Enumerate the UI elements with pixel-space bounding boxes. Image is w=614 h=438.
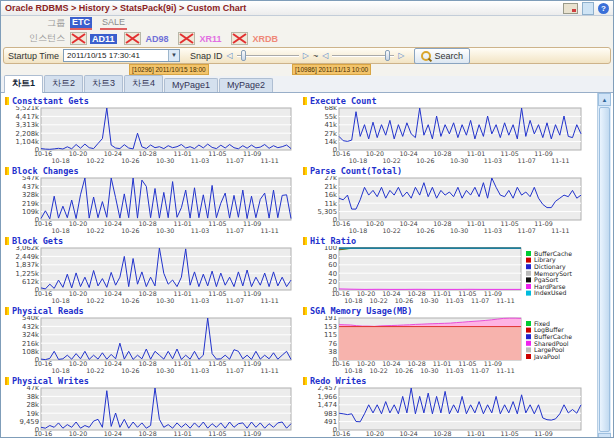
chart-redo-writes: Redo Writes2,4571,9661,474983491010-1610…: [303, 375, 597, 438]
svg-text:11-01: 11-01: [467, 150, 485, 157]
instance-item-ad11[interactable]: AD11: [70, 32, 117, 45]
chart-column-right: Execute Count68k55k41k27k14k010-1610-181…: [303, 93, 597, 438]
svg-text:10-22: 10-22: [86, 227, 104, 234]
scroll-up-button[interactable]: ▲: [598, 93, 611, 106]
instance-name[interactable]: XRDB: [251, 34, 281, 44]
print-icon[interactable]: [563, 3, 578, 14]
tab-mypage1[interactable]: MyPage1: [164, 78, 218, 92]
tab-mypage2[interactable]: MyPage2: [219, 78, 273, 92]
report-icon[interactable]: [582, 2, 594, 15]
svg-text:11-01: 11-01: [467, 430, 485, 437]
chart-title: Block Gets: [12, 236, 63, 246]
svg-text:10-20: 10-20: [69, 150, 87, 157]
scroll-down-button[interactable]: ▼: [598, 433, 611, 438]
svg-text:10-16: 10-16: [332, 150, 350, 157]
svg-text:11-11: 11-11: [261, 367, 279, 374]
svg-text:983: 983: [324, 410, 337, 418]
group-tab-sale[interactable]: SALE: [100, 17, 127, 30]
svg-text:10-18: 10-18: [51, 157, 69, 164]
svg-text:11-03: 11-03: [484, 157, 502, 164]
tab-1[interactable]: 차트1: [4, 75, 43, 93]
chart-physical-reads: Physical Reads540k432k324k216k108k010-16…: [5, 305, 303, 375]
chart-title: Physical Reads: [12, 306, 84, 316]
chart-content: Conststant Gets5,521k4,417k3,313k2,208k1…: [1, 93, 613, 438]
svg-text:328k: 328k: [22, 191, 39, 199]
chart-plot: 2,4571,9661,474983491010-1610-1810-2010-…: [303, 386, 591, 438]
svg-text:11-05: 11-05: [208, 360, 226, 367]
group-tab-etc[interactable]: ETC: [70, 17, 92, 30]
to-slider-left-arrow-icon[interactable]: ◁: [322, 51, 328, 61]
snap-to-tag: [10986] 2011/11/13 10:00: [292, 64, 371, 75]
svg-text:219k: 219k: [22, 200, 39, 208]
svg-text:432k: 432k: [22, 323, 39, 331]
svg-text:10-26: 10-26: [121, 157, 139, 164]
combo-dropdown-arrow-icon[interactable]: ▼: [168, 50, 179, 61]
svg-text:10-16: 10-16: [34, 360, 52, 367]
svg-text:11-03: 11-03: [191, 297, 209, 304]
svg-text:216k: 216k: [22, 340, 39, 348]
snap-from-slider-thumb[interactable]: [241, 50, 246, 61]
chart-title: Parse Count(Total): [310, 166, 402, 176]
chart-block-gets: Block Gets3,062k2,449k1,837k1,225k612k01…: [5, 235, 303, 305]
tab-4[interactable]: 차트4: [124, 75, 163, 92]
svg-text:JavaPool: JavaPool: [533, 353, 560, 361]
search-icon: [421, 51, 431, 61]
snap-from-slider[interactable]: [237, 50, 299, 61]
svg-text:19k: 19k: [26, 410, 39, 418]
chart-bullet-icon: [303, 167, 307, 175]
to-slider-right-arrow-icon[interactable]: ▷: [398, 51, 404, 61]
svg-text:55k: 55k: [324, 113, 337, 121]
tab-3[interactable]: 차트3: [84, 75, 123, 92]
svg-text:100: 100: [324, 246, 337, 252]
svg-text:10-20: 10-20: [366, 150, 384, 157]
instance-item-xr11[interactable]: XR11: [178, 32, 224, 45]
scrollbar-thumb[interactable]: [599, 107, 610, 432]
svg-text:11-03: 11-03: [191, 227, 209, 234]
from-slider-left-arrow-icon[interactable]: ◁: [227, 51, 233, 61]
svg-text:11-09: 11-09: [534, 220, 552, 227]
svg-text:10-30: 10-30: [156, 297, 174, 304]
svg-text:11-01: 11-01: [173, 290, 191, 297]
from-slider-right-arrow-icon[interactable]: ▷: [303, 51, 309, 61]
instance-name[interactable]: AD11: [90, 34, 117, 44]
instance-x-icon[interactable]: [178, 32, 195, 45]
snap-to-slider-thumb[interactable]: [385, 50, 390, 61]
svg-text:40: 40: [328, 270, 337, 278]
instance-x-icon[interactable]: [231, 32, 248, 45]
startup-time-combobox[interactable]: 2011/10/15 17:30:41 ▼: [63, 49, 180, 62]
chart-title: Redo Writes: [310, 376, 366, 386]
snap-tag-row: [10296] 2011/10/15 18:00 [10986] 2011/11…: [1, 64, 613, 76]
chart-title: SGA Memory Usage(MB): [310, 306, 412, 316]
tab-2[interactable]: 차트2: [44, 75, 83, 92]
svg-text:10-28: 10-28: [139, 150, 157, 157]
instance-item-xrdb[interactable]: XRDB: [231, 32, 281, 45]
search-button[interactable]: Search: [414, 48, 470, 64]
chart-plot: 3,062k2,449k1,837k1,225k612k010-1610-181…: [5, 246, 301, 305]
svg-text:11k: 11k: [324, 200, 337, 208]
chart-plot: 547k437k328k219k109k010-1610-1810-2010-2…: [5, 176, 301, 235]
instance-item-ad98[interactable]: AD98: [124, 32, 171, 45]
svg-text:10-28: 10-28: [433, 430, 451, 437]
instance-name[interactable]: XR11: [198, 34, 224, 44]
svg-text:27k: 27k: [324, 176, 337, 182]
app-window: Oracle RDBMS > History > StatsPack(9i) >…: [0, 0, 614, 438]
snap-to-slider[interactable]: [332, 50, 394, 61]
instance-x-icon[interactable]: [124, 32, 141, 45]
chart-block-changes: Block Changes547k437k328k219k109k010-161…: [5, 165, 303, 235]
breadcrumb: Oracle RDBMS > History > StatsPack(9i) >…: [5, 3, 563, 13]
vertical-scrollbar[interactable]: ▲ ▼: [597, 93, 611, 438]
instance-name[interactable]: AD98: [144, 34, 171, 44]
help-icon[interactable]: ?: [598, 3, 609, 14]
svg-text:10-18: 10-18: [51, 297, 69, 304]
chart-sga-memory-usage-mb: SGA Memory Usage(MB)1911531157638010-161…: [303, 305, 597, 375]
svg-text:10-30: 10-30: [156, 157, 174, 164]
chart-body: 540k432k324k216k108k010-1610-1810-2010-2…: [5, 316, 303, 379]
svg-text:11-05: 11-05: [208, 220, 226, 227]
svg-text:10-28: 10-28: [433, 220, 451, 227]
chart-bullet-icon: [5, 377, 9, 385]
svg-text:11-09: 11-09: [534, 150, 552, 157]
svg-text:11-07: 11-07: [226, 367, 244, 374]
svg-text:10-20: 10-20: [69, 360, 87, 367]
svg-text:10-16: 10-16: [34, 150, 52, 157]
instance-x-icon[interactable]: [70, 32, 87, 45]
